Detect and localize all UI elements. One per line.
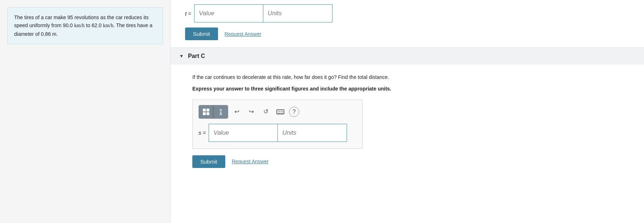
- part-c-redo-button[interactable]: ↪: [246, 106, 257, 118]
- part-c-input-box: [209, 124, 347, 142]
- part-c-submit-button[interactable]: Submit: [192, 155, 225, 168]
- part-b-answer-row: t =: [185, 4, 630, 22]
- part-c-body: If the car continues to decelerate at th…: [171, 64, 644, 180]
- part-c-section: ▼ Part C If the car continues to deceler…: [171, 48, 644, 180]
- part-c-title: Part C: [188, 53, 205, 59]
- part-c-answer-widget: uÅ ↩ ↪ ↺: [192, 100, 363, 149]
- refresh-icon: ↺: [263, 108, 268, 115]
- part-c-matrix-btn-group: uÅ: [198, 105, 228, 119]
- part-b-submit-button[interactable]: Submit: [185, 28, 218, 40]
- part-c-collapse-icon[interactable]: ▼: [179, 54, 184, 59]
- part-c-variable-label: s =: [198, 130, 206, 136]
- part-c-buttons-row: Submit Request Answer: [192, 155, 630, 168]
- part-b-variable-label: t =: [185, 10, 191, 17]
- part-c-keyboard-button[interactable]: [275, 106, 286, 118]
- part-c-answer-row: s =: [198, 124, 356, 142]
- part-c-value-input[interactable]: [209, 124, 278, 142]
- undo-icon: ↩: [234, 108, 239, 115]
- part-c-refresh-button[interactable]: ↺: [260, 106, 272, 118]
- grid-icon: [203, 109, 209, 115]
- problem-statement: The tires of a car make 95 revolutions a…: [7, 7, 163, 44]
- part-b-buttons-row: Submit Request Answer: [185, 28, 630, 40]
- part-c-header: ▼ Part C: [171, 48, 644, 64]
- part-c-express-instruction: Express your answer to three significant…: [192, 85, 630, 93]
- part-c-toolbar: uÅ ↩ ↪ ↺: [198, 105, 356, 119]
- part-c-matrix-button[interactable]: [199, 105, 213, 118]
- keyboard-icon: [276, 109, 284, 114]
- unit-icon-label: uÅ: [219, 108, 222, 116]
- problem-text: The tires of a car make 95 revolutions a…: [14, 14, 152, 37]
- part-b-units-input[interactable]: [263, 5, 332, 22]
- part-c-help-button[interactable]: ?: [289, 107, 299, 117]
- part-b-request-answer-button[interactable]: Request Answer: [225, 31, 262, 37]
- part-c-undo-button[interactable]: ↩: [231, 106, 243, 118]
- redo-icon: ↪: [249, 108, 254, 115]
- sidebar: The tires of a car make 95 revolutions a…: [0, 0, 170, 223]
- part-b-value-input[interactable]: [195, 5, 263, 22]
- part-c-unit-button[interactable]: uÅ: [213, 105, 228, 118]
- part-c-units-input[interactable]: [278, 124, 347, 142]
- main-content: t = Submit Request Answer ▼ Part C If th…: [170, 0, 644, 223]
- part-c-request-answer-button[interactable]: Request Answer: [232, 159, 269, 164]
- part-b-answer-section: t = Submit Request Answer: [171, 0, 644, 48]
- part-b-input-box: [194, 4, 333, 22]
- part-c-question: If the car continues to decelerate at th…: [192, 73, 630, 81]
